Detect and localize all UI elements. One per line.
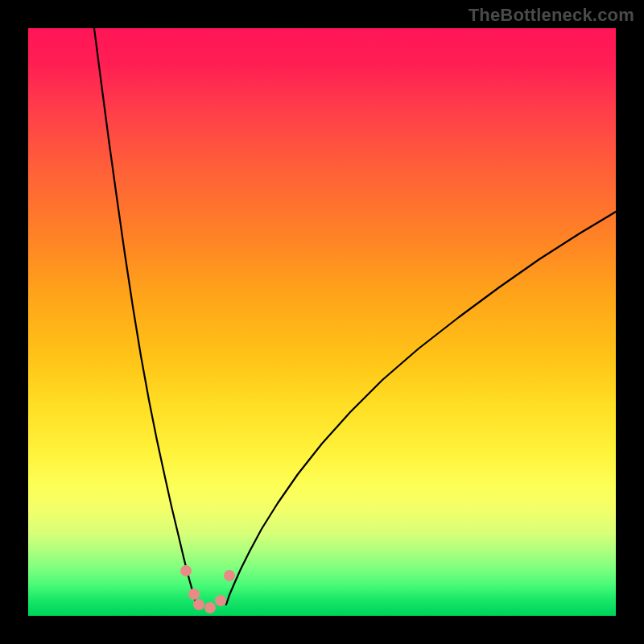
marker-dot <box>224 570 235 581</box>
watermark-text: TheBottleneck.com <box>469 5 634 26</box>
marker-dot <box>215 595 226 606</box>
chart-stage: TheBottleneck.com <box>0 0 644 644</box>
curves-layer <box>28 28 616 616</box>
marker-dot <box>180 565 192 576</box>
minimum-markers <box>180 565 235 613</box>
marker-dot <box>193 599 204 610</box>
plot-area <box>28 28 616 616</box>
marker-dot <box>204 602 216 613</box>
left-curve <box>94 28 196 605</box>
right-curve <box>226 212 616 605</box>
marker-dot <box>188 588 200 600</box>
